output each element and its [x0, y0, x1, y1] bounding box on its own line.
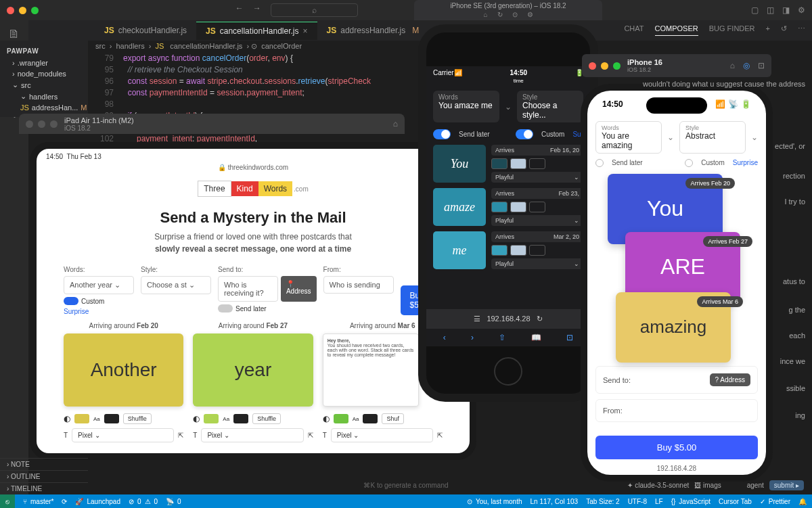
explorer-bottom-panels[interactable]: › NOTE › OUTLINE › TIMELINE [0, 458, 88, 494]
ipad-device: 14:50 Thu Feb 13 📶🔋 🔒 threekindwords.com… [30, 142, 476, 460]
home-icon[interactable]: ⌂ [483, 11, 487, 18]
iphone-se-screen[interactable]: Carrier 📶14:50time🔋 WordsYou amaze me ⌄ … [426, 66, 590, 346]
ipad-screen[interactable]: 14:50 Thu Feb 13 📶🔋 🔒 threekindwords.com… [37, 149, 470, 453]
panel-note[interactable]: › NOTE [0, 458, 88, 470]
explorer-icon[interactable]: 🗎 [8, 27, 20, 41]
home-icon[interactable]: ⌂ [393, 119, 398, 129]
assistant-tabs[interactable]: CHAT COMPOSER BUG FINDER + ↺ ⋯ [624, 24, 805, 36]
safari-toolbar[interactable]: ‹›⇧📖⊡ [426, 329, 590, 346]
iphone16-screen[interactable]: 14:50📶📡🔋 WordsYou are amazing ⌄ StyleAbs… [587, 91, 766, 475]
bell-icon[interactable]: 🔔 [798, 498, 807, 505]
tab-address[interactable]: JSaddressHandler.jsM [317, 22, 429, 39]
postcard-amazing: amazingArrives Mar 6 [616, 292, 731, 363]
git-blame[interactable]: ⊙ You, last month [467, 498, 522, 505]
macos-traffic-lights[interactable] [7, 7, 39, 14]
encoding[interactable]: UTF-8 [628, 498, 647, 505]
target-icon[interactable]: ◎ [743, 61, 750, 70]
rotate-icon[interactable]: ↻ [497, 11, 503, 18]
url-bar[interactable]: 🔒 threekindwords.com [37, 164, 470, 171]
chevron-down-icon[interactable]: ⌄ [505, 102, 512, 112]
sendlater-toggle[interactable] [433, 129, 451, 139]
sync-button[interactable]: ⟳ [62, 498, 67, 505]
layout-icon[interactable]: ▢ [751, 5, 759, 15]
forward-icon[interactable]: → [253, 3, 261, 17]
cursor-position[interactable]: Ln 117, Col 103 [531, 498, 579, 505]
address-bar[interactable]: ☰ 192.168.4.28 ↻ [426, 309, 590, 329]
more-icon[interactable]: ⋯ [798, 24, 805, 36]
record-icon[interactable]: ⚙ [527, 11, 533, 18]
tab-cancellation[interactable]: JScancellationHandler.js× [196, 22, 317, 40]
panel-icon[interactable]: ◫ [767, 5, 774, 15]
tab-chat[interactable]: CHAT [624, 24, 644, 36]
tab-checkout[interactable]: JScheckoutHandler.js [95, 22, 196, 39]
from-row[interactable]: From: [595, 399, 758, 422]
custom-radio[interactable] [685, 159, 693, 167]
cursor-tab[interactable]: Cursor Tab [719, 498, 752, 505]
sendto-row[interactable]: Send to:? Address [595, 366, 758, 394]
surprise-link[interactable]: Surprise [64, 308, 89, 315]
statusbar[interactable]: ⎋ ⑂ master* ⟳ 🚀 Launchpad ⊘ 0 ⚠ 0 📡 0 ⊙ … [0, 494, 812, 508]
words-field[interactable]: WordsYou amaze me [433, 91, 499, 122]
submit-button[interactable]: submit ▸ [769, 480, 804, 490]
panel-timeline[interactable]: › TIMELINE [0, 482, 88, 494]
tab-size[interactable]: Tab Size: 2 [586, 498, 619, 505]
style-field[interactable]: StyleChoose a style... [517, 91, 583, 122]
postcard-2: year [193, 333, 313, 407]
back-icon[interactable]: ← [235, 3, 244, 17]
close-icon[interactable]: × [303, 26, 308, 36]
iphone16-device: 14:50📶📡🔋 WordsYou are amazing ⌄ StyleAbs… [581, 84, 773, 482]
words-select[interactable]: Another year ⌄ [64, 276, 134, 294]
plus-icon[interactable]: + [766, 24, 770, 36]
iphone16-titlebar[interactable]: iPhone 16 iOS 18.2 ⌂ ◎ ⊡ [582, 54, 771, 77]
eol[interactable]: LF [655, 498, 663, 505]
git-branch[interactable]: ⑂ master* [23, 498, 53, 505]
ipad-device-label: iPad Air 11-inch (M2) [64, 116, 134, 124]
screenshot-icon[interactable]: ⊡ [758, 61, 765, 70]
address-button[interactable]: ? Address [710, 373, 750, 386]
breadcrumb[interactable]: src › handlers › JS cancellationHandler.… [93, 42, 304, 51]
history-icon[interactable]: ↺ [781, 24, 787, 36]
screenshot-icon[interactable]: ⊙ [512, 11, 518, 18]
file-address-handler[interactable]: JS addressHan...M [0, 102, 88, 113]
titlebar-nav[interactable]: ← → ⌕ [235, 3, 358, 17]
search-pill[interactable]: ⌕ [271, 3, 358, 17]
iphone-se-titlebar[interactable]: iPhone SE (3rd generation) – iOS 18.2 ⌂ … [414, 0, 602, 20]
custom-toggle[interactable] [516, 129, 533, 139]
address-button[interactable]: 📍 Address [281, 276, 317, 302]
tab-composer[interactable]: COMPOSER [655, 24, 698, 36]
home-button[interactable] [494, 357, 522, 386]
font-select[interactable]: Pixel ⌄ [72, 428, 174, 442]
style-select[interactable]: Choose a st ⌄ [141, 276, 211, 294]
site-logo[interactable]: Three Kind Words .com [198, 181, 309, 197]
home-icon[interactable]: ⌂ [730, 61, 735, 70]
tab-bugfinder[interactable]: BUG FINDER [709, 24, 755, 36]
launchpad[interactable]: 🚀 Launchpad [75, 498, 120, 505]
style-field[interactable]: StyleAbstract [679, 121, 746, 154]
remote-indicator[interactable]: ⎋ [0, 494, 15, 508]
from-input[interactable]: Who is sending [323, 276, 394, 294]
folder-handlers[interactable]: ⌄ handlers [0, 91, 88, 102]
chat-footer[interactable]: ✦ claude-3.5-sonnet 🖼 imags agent submit… [627, 480, 804, 490]
language-mode[interactable]: {} JavaScript [671, 498, 710, 505]
surprise-link[interactable]: Surprise [733, 159, 758, 166]
recipient-input[interactable]: Who is receiving it? [218, 276, 278, 302]
dynamic-island [646, 97, 707, 114]
folder-node-modules[interactable]: › node_modules [0, 68, 88, 79]
project-name: PAWPAW [0, 45, 88, 57]
sendlater-radio[interactable] [595, 159, 604, 167]
shuffle-button[interactable]: Shuffle [123, 413, 152, 424]
prettier-status[interactable]: ✓ Prettier [760, 498, 790, 505]
radio[interactable]: 📡 0 [166, 498, 181, 505]
sidebar-icon[interactable]: ◨ [782, 5, 790, 15]
titlebar-right-icons[interactable]: ▢ ◫ ◨ ⚙ [751, 5, 805, 15]
folder-src[interactable]: ⌄ src [0, 79, 88, 91]
style-select[interactable]: Playful⌄ [491, 172, 583, 183]
settings-icon[interactable]: ⚙ [798, 5, 805, 15]
words-field[interactable]: WordsYou are amazing [595, 121, 662, 154]
buy-button[interactable]: Buy $5.00 [595, 436, 758, 459]
panel-outline[interactable]: › OUTLINE [0, 470, 88, 482]
vscode-titlebar: ← → ⌕ ▢ ◫ ◨ ⚙ [0, 0, 812, 20]
ipad-simulator-titlebar[interactable]: iPad Air 11-inch (M2) iOS 18.2 ⌂ [19, 114, 405, 134]
folder-wrangler[interactable]: › .wrangler [0, 57, 88, 68]
problems[interactable]: ⊘ 0 ⚠ 0 [129, 498, 158, 505]
